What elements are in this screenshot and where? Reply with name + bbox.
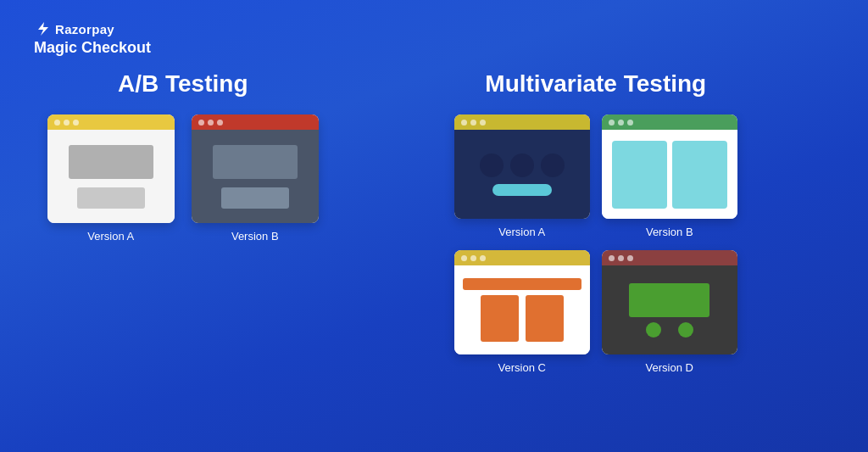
product-name: Magic Checkout — [34, 39, 834, 57]
mv-circle-1 — [480, 153, 504, 177]
mv-circle-2 — [510, 153, 534, 177]
ab-b-large-rect — [213, 145, 298, 179]
dot-3 — [480, 120, 486, 126]
dot-2 — [470, 255, 476, 261]
mv-version-a-card — [454, 114, 590, 219]
mv-version-c-card — [454, 250, 590, 354]
mv-panel-1 — [612, 141, 667, 209]
ab-version-a-titlebar — [47, 114, 175, 130]
brand-name: Razorpay — [55, 22, 114, 36]
dot-3 — [217, 120, 223, 126]
mv-version-b-wrapper: Version B — [602, 114, 737, 238]
mv-wheels-row — [646, 322, 693, 338]
mv-version-c-wrapper: Version C — [454, 250, 590, 374]
mv-circles-row — [480, 153, 565, 177]
mv-version-c-body — [454, 265, 590, 354]
ab-version-b-titlebar — [192, 114, 319, 130]
main-content: A/B Testing Ver — [34, 70, 834, 427]
dot-1 — [609, 255, 615, 261]
page-container: Razorpay Magic Checkout A/B Testing — [0, 0, 868, 452]
ab-a-small-rect — [77, 187, 145, 209]
mv-version-b-body — [602, 130, 737, 219]
mv-square-1 — [481, 295, 519, 342]
dot-3 — [73, 120, 79, 126]
dot-2 — [618, 120, 624, 126]
razorpay-icon — [34, 20, 51, 37]
mv-version-b-card — [602, 114, 737, 219]
ab-section: A/B Testing Ver — [34, 70, 332, 427]
dot-1 — [54, 120, 60, 126]
ab-version-a-label: Version A — [87, 230, 134, 243]
mv-top-bar — [463, 278, 581, 290]
dot-1 — [198, 120, 204, 126]
ab-version-a-card — [47, 114, 175, 223]
mv-version-c-label: Version C — [498, 361, 546, 374]
mv-version-c-titlebar — [454, 250, 590, 265]
mv-square-2 — [526, 295, 564, 342]
dot-2 — [208, 120, 214, 126]
ab-version-b-body — [192, 130, 319, 223]
mv-wheel-2 — [678, 322, 693, 338]
logo-row: Razorpay — [34, 20, 834, 37]
dot-3 — [627, 255, 633, 261]
mv-section: Multivariate Testing — [358, 70, 834, 427]
mv-cards: Version A Ver — [454, 114, 737, 374]
dot-3 — [480, 255, 486, 261]
mv-wheel-1 — [646, 322, 661, 338]
mv-version-d-label: Version D — [646, 361, 693, 374]
mv-version-a-titlebar — [454, 114, 590, 130]
mv-version-b-label: Version B — [646, 226, 693, 238]
dot-1 — [609, 120, 615, 126]
dot-2 — [64, 120, 70, 126]
ab-section-title: A/B Testing — [118, 70, 248, 98]
mv-panel-2 — [672, 141, 727, 209]
mv-version-a-body — [454, 130, 590, 219]
ab-cards: Version A Ver — [47, 114, 319, 243]
mv-version-d-card — [602, 250, 737, 354]
mv-green-rect — [629, 283, 709, 317]
mv-version-b-titlebar — [602, 114, 737, 130]
dot-1 — [461, 120, 467, 126]
mv-version-d-body — [602, 265, 737, 354]
razorpay-logo: Razorpay — [34, 20, 114, 37]
dot-2 — [618, 255, 624, 261]
dot-3 — [627, 120, 633, 126]
ab-version-b-wrapper: Version B — [192, 114, 319, 243]
ab-version-a-wrapper: Version A — [47, 114, 175, 243]
mv-section-title: Multivariate Testing — [485, 70, 706, 98]
dot-2 — [470, 120, 476, 126]
mv-version-d-wrapper: Version D — [602, 250, 737, 374]
mv-pill — [492, 184, 552, 196]
ab-version-b-card — [192, 114, 319, 223]
header: Razorpay Magic Checkout — [34, 20, 834, 57]
ab-version-a-body — [47, 130, 175, 223]
mv-circle-3 — [541, 153, 565, 177]
mv-version-a-label: Version A — [498, 226, 545, 238]
ab-a-large-rect — [69, 145, 153, 179]
dot-1 — [461, 255, 467, 261]
mv-version-a-wrapper: Version A — [454, 114, 590, 238]
ab-version-b-label: Version B — [231, 230, 279, 243]
mv-version-d-titlebar — [602, 250, 737, 265]
mv-bottom-row — [481, 295, 564, 342]
ab-b-small-rect — [221, 187, 289, 209]
